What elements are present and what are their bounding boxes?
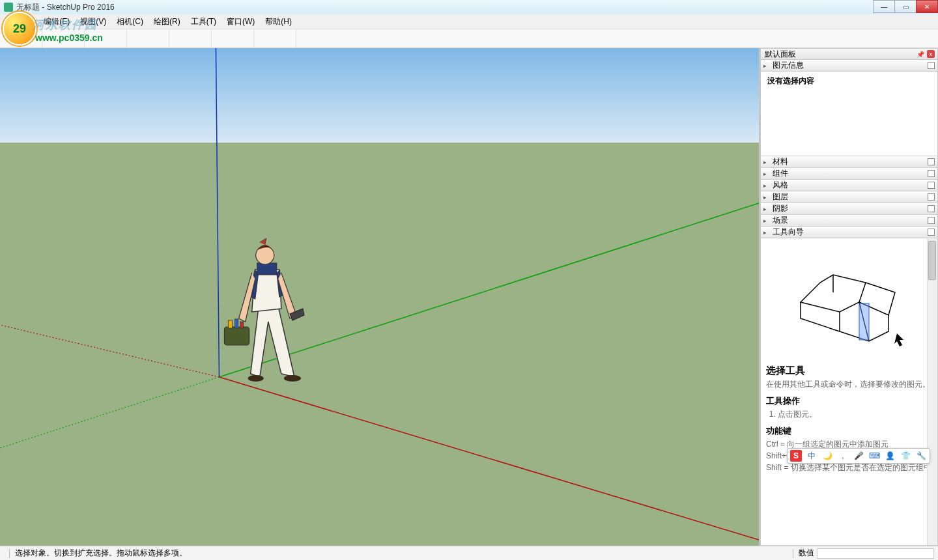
- menu-draw[interactable]: 绘图(R): [149, 15, 186, 29]
- divider: [793, 549, 793, 558]
- status-value-label: 数值: [799, 548, 814, 559]
- section-entity-info[interactable]: 图元信息: [760, 60, 938, 72]
- svg-rect-14: [257, 263, 277, 275]
- section-shadows[interactable]: 阴影: [760, 203, 938, 215]
- instructor-keys-title: 功能键: [766, 425, 932, 437]
- ime-settings-icon[interactable]: 🔧: [915, 450, 927, 462]
- watermark-label: 河东软件园: [33, 17, 98, 33]
- section-label: 阴影: [773, 203, 788, 214]
- expand-icon[interactable]: [928, 62, 935, 69]
- viewport-3d[interactable]: [0, 48, 760, 546]
- pin-icon[interactable]: 📌: [917, 51, 924, 58]
- menu-camera[interactable]: 相机(C): [111, 15, 149, 29]
- tray-title-label: 默认面板: [765, 49, 796, 60]
- title-bar: 无标题 - SketchUp Pro 2016 — ▭ ✕: [0, 0, 938, 14]
- expand-icon[interactable]: [928, 170, 935, 177]
- main-area: 默认面板 📌 x 图元信息 没有选择内容 材料 组件 风格 图层 阴影 场景 工…: [0, 48, 938, 546]
- no-selection-label: 没有选择内容: [767, 76, 814, 85]
- section-components[interactable]: 组件: [760, 168, 938, 180]
- minimize-button[interactable]: —: [873, 0, 895, 13]
- section-label: 材料: [773, 156, 788, 167]
- app-icon: [4, 3, 13, 12]
- ime-punct-icon[interactable]: ,: [837, 450, 849, 462]
- close-button[interactable]: ✕: [916, 0, 938, 13]
- section-instructor[interactable]: 工具向导: [760, 227, 938, 238]
- toolbar-slot[interactable]: [127, 29, 169, 48]
- instructor-title: 选择工具: [766, 365, 932, 377]
- toolbar: [0, 29, 938, 48]
- section-styles[interactable]: 风格: [760, 180, 938, 191]
- svg-rect-17: [229, 320, 233, 328]
- section-label: 风格: [773, 180, 788, 191]
- expand-icon[interactable]: [928, 158, 935, 165]
- status-bar: 选择对象。切换到扩充选择。拖动鼠标选择多项。 数值: [0, 546, 938, 560]
- instructor-content: 选择工具 在使用其他工具或命令时，选择要修改的图元。 工具操作 点击图元。 功能…: [760, 238, 938, 546]
- ime-mic-icon[interactable]: 🎤: [853, 450, 864, 462]
- toolbar-slot[interactable]: [254, 29, 296, 48]
- section-label: 工具向导: [773, 227, 804, 238]
- expand-icon[interactable]: [928, 193, 935, 201]
- watermark-badge: 29 河东软件园 www.pc0359.cn: [3, 12, 36, 46]
- section-label: 场景: [773, 215, 788, 226]
- instructor-illustration: [766, 244, 932, 361]
- instructor-desc: 在使用其他工具或命令时，选择要修改的图元。: [766, 378, 932, 390]
- expand-icon[interactable]: [928, 205, 935, 212]
- default-tray: 默认面板 📌 x 图元信息 没有选择内容 材料 组件 风格 图层 阴影 场景 工…: [760, 48, 938, 546]
- svg-rect-8: [0, 143, 759, 546]
- svg-point-21: [284, 375, 301, 382]
- ime-lang-icon[interactable]: 中: [806, 450, 817, 462]
- section-materials[interactable]: 材料: [760, 156, 938, 168]
- svg-rect-16: [224, 327, 249, 345]
- section-label: 组件: [773, 168, 788, 179]
- ime-toolbar[interactable]: S 中 🌙 , 🎤 ⌨ 👤 👕 🔧: [787, 448, 930, 464]
- svg-rect-19: [240, 322, 244, 328]
- ime-user-icon[interactable]: 👤: [884, 450, 896, 462]
- section-scenes[interactable]: 场景: [760, 215, 938, 227]
- svg-rect-18: [235, 319, 238, 328]
- toolbar-slot[interactable]: [212, 29, 254, 48]
- expand-icon[interactable]: [928, 217, 935, 224]
- tray-title[interactable]: 默认面板 📌 x: [760, 48, 938, 60]
- toolbar-slot[interactable]: [169, 29, 212, 48]
- measurement-input[interactable]: [817, 548, 934, 559]
- expand-icon[interactable]: [928, 182, 935, 189]
- menu-help[interactable]: 帮助(H): [260, 15, 297, 29]
- section-layers[interactable]: 图层: [760, 191, 938, 203]
- ime-moon-icon[interactable]: 🌙: [821, 450, 833, 462]
- tray-close-icon[interactable]: x: [927, 50, 935, 58]
- scrollbar[interactable]: [927, 238, 937, 545]
- entity-info-content: 没有选择内容: [760, 72, 938, 156]
- divider: [9, 549, 10, 558]
- ime-keyboard-icon[interactable]: ⌨: [868, 450, 880, 462]
- status-hint: 选择对象。切换到扩充选择。拖动鼠标选择多项。: [15, 548, 187, 559]
- section-label: 图元信息: [773, 60, 804, 71]
- watermark-url: www.pc0359.cn: [35, 33, 103, 43]
- window-title: 无标题 - SketchUp Pro 2016: [16, 2, 115, 13]
- ime-logo-icon[interactable]: S: [790, 450, 802, 462]
- scrollbar-thumb[interactable]: [928, 241, 936, 280]
- expand-icon[interactable]: [928, 229, 935, 236]
- menu-tools[interactable]: 工具(T): [186, 15, 221, 29]
- menu-window[interactable]: 窗口(W): [221, 15, 260, 29]
- ime-skin-icon[interactable]: 👕: [900, 450, 911, 462]
- svg-rect-7: [0, 48, 759, 143]
- watermark-number: 29: [13, 22, 26, 36]
- instructor-ops-title: 工具操作: [766, 395, 932, 407]
- section-label: 图层: [773, 191, 788, 203]
- menu-bar: 文件(F) 编辑(E) 视图(V) 相机(C) 绘图(R) 工具(T) 窗口(W…: [0, 14, 938, 29]
- svg-point-20: [248, 375, 264, 382]
- maximize-button[interactable]: ▭: [894, 0, 917, 13]
- instructor-step: 点击图元。: [778, 408, 932, 420]
- window-controls: — ▭ ✕: [874, 0, 938, 13]
- svg-rect-22: [859, 303, 869, 340]
